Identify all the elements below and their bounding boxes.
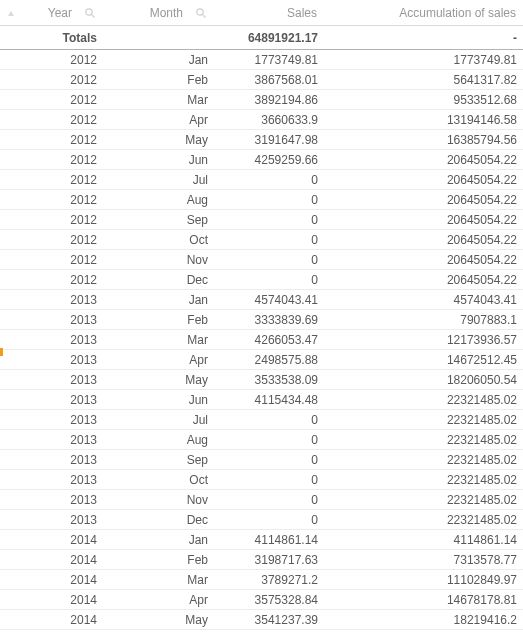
table-row[interactable]: 2013Nov022321485.02 xyxy=(0,490,523,510)
table-row[interactable]: 2013May3533538.0918206050.54 xyxy=(0,370,523,390)
cell-sales: 0 xyxy=(214,253,324,267)
cell-acc: 22321485.02 xyxy=(324,413,523,427)
cell-sales: 0 xyxy=(214,233,324,247)
cell-year: 2013 xyxy=(0,473,103,487)
cell-sales: 3191647.98 xyxy=(214,133,324,147)
cell-year: 2013 xyxy=(0,493,103,507)
cell-year: 2013 xyxy=(0,453,103,467)
cell-acc: 22321485.02 xyxy=(324,493,523,507)
cell-month: Oct xyxy=(103,233,214,247)
table-row[interactable]: 2012Sep020645054.22 xyxy=(0,210,523,230)
cell-acc: 4574043.41 xyxy=(324,293,523,307)
cell-year: 2012 xyxy=(0,173,103,187)
cell-sales: 0 xyxy=(214,213,324,227)
cell-acc: 20645054.22 xyxy=(324,173,523,187)
cell-year: 2013 xyxy=(0,513,103,527)
cell-sales: 3198717.63 xyxy=(214,553,324,567)
cell-acc: 11102849.97 xyxy=(324,573,523,587)
cell-sales: 0 xyxy=(214,193,324,207)
table-row[interactable]: 2013Jun4115434.4822321485.02 xyxy=(0,390,523,410)
table-row[interactable]: 2012Dec020645054.22 xyxy=(0,270,523,290)
cell-year: 2012 xyxy=(0,153,103,167)
cell-month: Mar xyxy=(103,333,214,347)
cell-month: Feb xyxy=(103,553,214,567)
table-row[interactable]: 2014Feb3198717.637313578.77 xyxy=(0,550,523,570)
column-header-month[interactable]: Month xyxy=(103,0,214,25)
table-row[interactable]: 2012May3191647.9816385794.56 xyxy=(0,130,523,150)
cell-sales: 1773749.81 xyxy=(214,53,324,67)
table-row[interactable]: 2012Oct020645054.22 xyxy=(0,230,523,250)
cell-month: Jul xyxy=(103,173,214,187)
table-row[interactable]: 2012Mar3892194.869533512.68 xyxy=(0,90,523,110)
cell-year: 2013 xyxy=(0,433,103,447)
column-label: Year xyxy=(20,6,78,20)
table-row[interactable]: 2013Jan4574043.414574043.41 xyxy=(0,290,523,310)
table-row[interactable]: 2013Jul022321485.02 xyxy=(0,410,523,430)
cell-acc: 9533512.68 xyxy=(324,93,523,107)
table-row[interactable]: 2013Oct022321485.02 xyxy=(0,470,523,490)
svg-line-4 xyxy=(203,14,206,17)
svg-line-2 xyxy=(92,14,95,17)
column-header-accumulation[interactable]: Accumulation of sales xyxy=(324,0,523,25)
cell-year: 2014 xyxy=(0,533,103,547)
cell-month: Feb xyxy=(103,73,214,87)
table-row[interactable]: 2012Jan1773749.811773749.81 xyxy=(0,50,523,70)
cell-year: 2012 xyxy=(0,113,103,127)
column-header-sales[interactable]: Sales xyxy=(214,0,324,25)
table-row[interactable]: 2013Apr2498575.8814672512.45 xyxy=(0,350,523,370)
cell-acc: 18206050.54 xyxy=(324,373,523,387)
cell-acc: 14678178.81 xyxy=(324,593,523,607)
column-header-year[interactable]: Year xyxy=(0,0,103,25)
cell-month: Dec xyxy=(103,273,214,287)
table-row[interactable]: 2014Mar3789271.211102849.97 xyxy=(0,570,523,590)
cell-acc: 22321485.02 xyxy=(324,433,523,447)
cell-month: Jan xyxy=(103,293,214,307)
cell-month: May xyxy=(103,133,214,147)
magnifier-icon[interactable] xyxy=(195,7,207,19)
cell-month: Nov xyxy=(103,253,214,267)
cell-sales: 4114861.14 xyxy=(214,533,324,547)
cell-sales: 3789271.2 xyxy=(214,573,324,587)
table-row[interactable]: 2014Jan4114861.144114861.14 xyxy=(0,530,523,550)
svg-point-1 xyxy=(86,8,92,14)
table-row[interactable]: 2012Aug020645054.22 xyxy=(0,190,523,210)
table-row[interactable]: 2014May3541237.3918219416.2 xyxy=(0,610,523,630)
totals-sales: 64891921.17 xyxy=(214,31,324,45)
table-row[interactable]: 2013Sep022321485.02 xyxy=(0,450,523,470)
cell-sales: 0 xyxy=(214,473,324,487)
table-row[interactable]: 2013Aug022321485.02 xyxy=(0,430,523,450)
cell-acc: 22321485.02 xyxy=(324,513,523,527)
cell-acc: 13194146.58 xyxy=(324,113,523,127)
cell-year: 2013 xyxy=(0,313,103,327)
table-row[interactable]: 2014Apr3575328.8414678178.81 xyxy=(0,590,523,610)
table-row[interactable]: 2012Nov020645054.22 xyxy=(0,250,523,270)
cell-acc: 20645054.22 xyxy=(324,233,523,247)
table-row[interactable]: 2013Feb3333839.697907883.1 xyxy=(0,310,523,330)
magnifier-icon[interactable] xyxy=(84,7,96,19)
cell-year: 2013 xyxy=(0,333,103,347)
cell-sales: 0 xyxy=(214,273,324,287)
cell-acc: 16385794.56 xyxy=(324,133,523,147)
cell-year: 2013 xyxy=(0,413,103,427)
table-row[interactable]: 2012Jul020645054.22 xyxy=(0,170,523,190)
cell-year: 2012 xyxy=(0,253,103,267)
table-row[interactable]: 2012Feb3867568.015641317.82 xyxy=(0,70,523,90)
table-row[interactable]: 2013Mar4266053.4712173936.57 xyxy=(0,330,523,350)
cell-month: Jun xyxy=(103,153,214,167)
table-row[interactable]: 2012Jun4259259.6620645054.22 xyxy=(0,150,523,170)
cell-sales: 3533538.09 xyxy=(214,373,324,387)
cell-year: 2012 xyxy=(0,93,103,107)
cell-acc: 22321485.02 xyxy=(324,453,523,467)
cell-year: 2013 xyxy=(0,293,103,307)
table-row[interactable]: 2012Apr3660633.913194146.58 xyxy=(0,110,523,130)
cell-year: 2012 xyxy=(0,73,103,87)
cell-year: 2012 xyxy=(0,213,103,227)
cell-year: 2012 xyxy=(0,193,103,207)
cell-month: Mar xyxy=(103,93,214,107)
totals-row: Totals 64891921.17 - xyxy=(0,26,523,50)
cell-month: Dec xyxy=(103,513,214,527)
cell-sales: 0 xyxy=(214,173,324,187)
cell-acc: 20645054.22 xyxy=(324,153,523,167)
cell-acc: 7907883.1 xyxy=(324,313,523,327)
table-row[interactable]: 2013Dec022321485.02 xyxy=(0,510,523,530)
